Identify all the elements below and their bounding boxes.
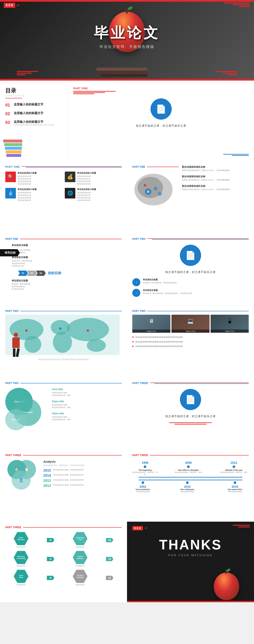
blue-icon-circle: 📄 xyxy=(73,98,249,120)
grid-title-4: 单击此处添加小标题 xyxy=(77,188,96,191)
arrow-02: 02 xyxy=(27,270,37,276)
tl-year-2012: 2012 xyxy=(219,461,249,464)
contents-title: 目录 xyxy=(5,87,62,94)
tl-head-5: Hire employees xyxy=(176,488,199,490)
tl-year-2008: 2008 xyxy=(174,461,203,464)
svg-point-15 xyxy=(25,330,27,332)
class-text-1: 单击此处添加小标题单击此处添加内容，请填 xyxy=(52,404,122,409)
logo-box: XXX xyxy=(4,3,15,8)
map-section: PART ONE 配合动画添加地区名称 根据自己的内容添加这个上面至少占5 96… xyxy=(127,161,254,233)
grid-section: PART ONE 🔍 单击此处添加小标题 单击此处添加内容单击此处添加文本单击此… xyxy=(0,161,127,233)
tl-text-6: 单击此处添加内容 xyxy=(221,490,249,493)
part-label-analysis: PART THREE xyxy=(5,454,21,457)
map-item-2-text: 根据自己的内容添加这个上面至少占5 960~，与你添加数据数据 xyxy=(182,179,249,181)
grid-title-2: 单击此处添加小标题 xyxy=(77,172,96,174)
contents-panel: 目录 CONTENTS 01 这里输入你的标题文字 02 这里输入你的标题文字 … xyxy=(0,80,68,161)
grid-item-4: 🌐 单击此处添加小标题 单击此处添加内容单击此处添加文本单击此处添加内容单击此处… xyxy=(65,188,122,202)
menu-num-2: 02 xyxy=(5,111,11,116)
arrow-hex-6: 06 xyxy=(106,576,113,580)
photo-2: TagLine Here 💻 xyxy=(171,315,210,333)
part-label-three: PART THREE xyxy=(132,382,148,385)
timeline-section: PART THREE 1998 The beginning 单击此处添加内容，请… xyxy=(127,450,254,522)
thanks-logo: XXX xyxy=(132,526,143,530)
research-section: PART ONE 研究目标 单击添加主标题 单击此处，配合动画动画，单击此处添加… xyxy=(0,233,127,305)
menu-text-2: 这里输入你的标题文字 xyxy=(14,111,43,115)
menu-text-1: 这里输入你的标题文字 xyxy=(14,103,43,106)
year-2013: 2013 xyxy=(43,479,51,483)
arrow-01: 01 xyxy=(18,270,28,276)
svg-point-7 xyxy=(148,191,149,192)
tl-text-4: 单击此处添加内容 xyxy=(132,490,153,493)
part-label-research: PART ONE xyxy=(5,238,18,240)
hex-5: TeamWork xyxy=(13,570,28,583)
research-badge: 研究目标 xyxy=(0,249,20,256)
part-label-two: PART TWO xyxy=(132,238,146,240)
menu-item-1: 01 这里输入你的标题文字 xyxy=(5,103,62,108)
arrow-hex-3: 03 xyxy=(47,557,54,561)
slide-contents: 目录 CONTENTS 01 这里输入你的标题文字 02 这里输入你的标题文字 … xyxy=(0,80,254,161)
menu-item-3: 03 这里输入你的标题文字 Lorem ipsum dolor sit amet… xyxy=(5,120,62,126)
hex-1-text: 单击此处添加 xyxy=(16,546,25,548)
tl-head-4: Fast production xyxy=(132,488,153,490)
circles-text: Core Info 单击此处添加小标题单击此处添加内容，请填 Class Inf… xyxy=(52,388,122,434)
quote-text: 知之者不如好之者，好之者不如乐之者 xyxy=(73,124,249,128)
photo-grid: Tagline Here 🖥 TagLine Here 💻 Tagline He… xyxy=(132,315,249,333)
tl-head-1: The beginning xyxy=(132,469,158,471)
photo-1: Tagline Here 🖥 xyxy=(132,315,170,333)
menu-num-1: 01 xyxy=(5,103,11,108)
thanks-apple xyxy=(214,568,241,598)
photo-3: Tagline Here 📱 xyxy=(211,315,249,333)
class-text-2: 单击此处添加小标题单击此处添加内容，请填 xyxy=(52,416,122,421)
slide-part-one-a: PART ONE 🔍 单击此处添加小标题 单击此处添加内容单击此处添加文本单击此… xyxy=(0,161,254,233)
goal-title-3: 单击添加主标题 xyxy=(12,279,122,282)
core-info-1: Core Info xyxy=(52,388,122,391)
photos-section: PART TWO Tagline Here 🖥 TagLine Here 💻 T… xyxy=(127,305,254,378)
hex-1: WorkAttention xyxy=(13,532,28,545)
map-item-2-title: 配合动画添加地区名称 xyxy=(182,175,249,178)
bullet-2: 单击此处添加列表内容请单击此处添加的内容所在的内容 xyxy=(135,340,183,344)
svg-point-10 xyxy=(24,336,41,353)
thanks-subtitle: FOR YOUR WATCHING xyxy=(132,554,249,557)
world-map-section: PART TWO xyxy=(0,305,127,378)
bullet-list: 单击此处添加列表内容请单击此处添加的内容所在的内容 单击此处添加列表内容请单击此… xyxy=(132,336,249,348)
tl-text-5: 单击此处添加内容 xyxy=(176,490,199,493)
tl-head-3: Website of the year xyxy=(219,469,249,471)
tl-year-2015b: 2015 xyxy=(221,485,249,488)
tl-year-2010: 2010 xyxy=(176,485,199,488)
hex-section: PART THREE WorkAttention 单击此处添加 01 Marke… xyxy=(0,522,127,602)
svg-point-17 xyxy=(59,328,61,330)
china-map: PART ONE xyxy=(132,166,179,229)
svg-point-5 xyxy=(158,192,162,196)
goal-title-2: 单击添加主标题 xyxy=(12,256,122,259)
hex-6: ProductStrategy xyxy=(73,570,87,583)
goal-title-1: 单击添加主标题 xyxy=(12,244,28,247)
arrows-row: 01 02 04 你的目标 xyxy=(18,270,122,276)
svg-point-3 xyxy=(154,187,157,190)
bullet-3: 单击此处添加列表内容请单击此处添加的内容所在的内容 xyxy=(135,345,183,348)
grid-text-2: 单击此处添加内容单击此处添加文本单击此处添加内容单击此处添加内容 xyxy=(77,175,96,185)
main-title: 毕业论文 xyxy=(94,23,160,42)
svg-point-16 xyxy=(87,330,89,332)
timeline-bottom: 2002 Fast production 单击此处添加内容 2010 Hire … xyxy=(132,480,249,493)
part-label-photos: PART TWO xyxy=(132,310,146,312)
part-label-wm: PART TWO xyxy=(5,310,19,312)
map-caption: 单击此处添加文本内容总结, 请在此处添加文本说明总结内容 xyxy=(5,358,122,361)
hex-2: MarketingPlan xyxy=(73,532,87,545)
deco-right-bottom xyxy=(216,71,237,75)
core-text-1: 单击此处添加小标题单击此处添加内容，请填 xyxy=(52,392,122,397)
subtitle: 毕业论文答辩、开题报告模版 xyxy=(94,44,160,49)
part-label-left: PART ONE xyxy=(5,166,20,168)
book-stack-img xyxy=(3,140,22,157)
deco-lines-right xyxy=(224,2,250,7)
bullet-1: 单击此处添加列表内容请单击此处添加的内容所在的内容 xyxy=(135,336,183,339)
tl-head-2: New office in Shanghai xyxy=(174,469,203,471)
tl-head-6: Star award 2014 xyxy=(221,488,249,490)
menu-num-3: 03 xyxy=(5,120,11,125)
thanks-text: THANKS xyxy=(132,537,249,552)
map-item-1-title: 配合动画添加地区名称 xyxy=(182,166,249,168)
slide-title: XXX ✏ 毕业论文 毕业论文答辩、开题报告模版 xyxy=(0,0,254,80)
svg-point-14 xyxy=(87,339,106,352)
grid-text-1: 单击此处添加内容单击此处添加文本单击此处添加内容单击此处添加内容 xyxy=(17,175,37,185)
hex-6-text: 单击此处添加 xyxy=(76,584,84,586)
svg-point-4 xyxy=(144,184,146,186)
